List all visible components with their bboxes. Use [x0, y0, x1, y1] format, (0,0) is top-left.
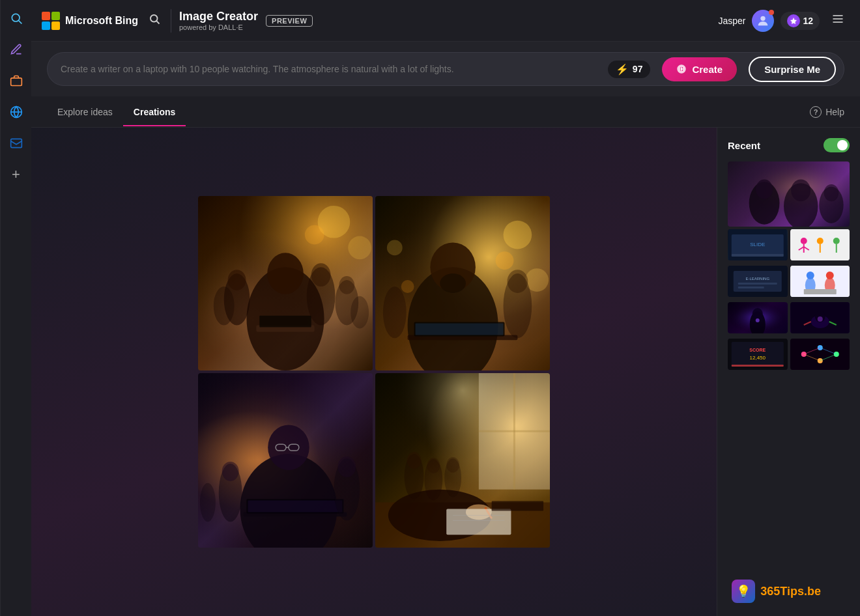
svg-point-25: [339, 276, 354, 294]
user-info: Jasper 12: [718, 10, 850, 32]
svg-text:E-LEARNING: E-LEARNING: [745, 277, 769, 281]
recent-grid-4: SCORE 12,450: [728, 339, 850, 370]
generated-image-2[interactable]: [375, 196, 550, 371]
svg-text:12,450: 12,450: [750, 355, 766, 361]
coin-icon: [787, 14, 800, 27]
recent-item-2[interactable]: SLIDE: [728, 229, 788, 260]
sidebar-header: Recent: [728, 138, 850, 152]
svg-rect-54: [248, 501, 342, 512]
notification-dot: [769, 10, 774, 15]
lightning-icon: ⚡: [616, 63, 629, 76]
svg-point-8: [761, 16, 766, 20]
generated-image-1[interactable]: [198, 196, 373, 371]
briefcase-icon[interactable]: [6, 70, 27, 91]
image-grid: [198, 196, 550, 548]
svg-point-29: [305, 225, 324, 245]
svg-point-27: [351, 296, 369, 329]
watermark-text: 365Tips.be: [760, 585, 821, 598]
avatar: [752, 10, 774, 32]
add-icon[interactable]: +: [6, 164, 27, 185]
svg-point-91: [800, 238, 807, 244]
svg-point-17: [267, 253, 304, 294]
recent-item-1[interactable]: [728, 161, 850, 227]
svg-point-6: [150, 15, 158, 22]
image-grid-container: [31, 128, 717, 616]
boost-badge: ⚡ 97: [608, 61, 651, 78]
pen-icon[interactable]: [6, 39, 27, 60]
generated-image-3[interactable]: [198, 373, 373, 548]
svg-point-42: [401, 280, 414, 293]
svg-point-95: [816, 238, 823, 244]
recent-item-6[interactable]: [728, 302, 788, 333]
search-bar-container: ⚡ 97 Create Surprise Me: [31, 42, 860, 96]
svg-rect-103: [738, 287, 764, 288]
search-icon[interactable]: [6, 8, 27, 29]
svg-rect-37: [416, 324, 504, 335]
svg-point-78: [446, 457, 459, 473]
watermark-icon: 💡: [732, 580, 755, 603]
header-search-button[interactable]: [146, 10, 163, 31]
bing-logo[interactable]: Microsoft Bing: [42, 12, 138, 30]
hamburger-button[interactable]: [826, 10, 850, 31]
tabs-bar: Explore ideas Creations ? Help: [31, 96, 860, 128]
surprise-button[interactable]: Surprise Me: [749, 57, 836, 82]
help-button[interactable]: ? Help: [810, 106, 844, 118]
bing-logo-icon: [42, 12, 60, 30]
svg-line-1: [18, 21, 22, 24]
svg-point-113: [756, 318, 760, 322]
svg-rect-5: [10, 139, 22, 147]
svg-point-39: [496, 251, 514, 270]
svg-point-74: [407, 452, 422, 469]
recent-item-8[interactable]: SCORE 12,450: [728, 339, 788, 370]
header: Microsoft Bing Image Creator powered by …: [31, 0, 860, 42]
tabs-left: Explore ideas Creations: [47, 98, 186, 126]
svg-point-85: [824, 184, 838, 201]
svg-point-26: [214, 287, 235, 326]
sidebar-title: Recent: [728, 140, 760, 151]
svg-point-119: [817, 316, 822, 322]
watermark: 💡 365Tips.be: [732, 580, 821, 603]
username: Jasper: [718, 16, 745, 26]
recent-grid-1: SLIDE: [728, 161, 850, 260]
create-label: Create: [692, 64, 723, 75]
tab-creations[interactable]: Creations: [123, 99, 186, 126]
svg-point-97: [833, 238, 839, 244]
create-button[interactable]: Create: [662, 57, 737, 81]
svg-point-83: [791, 180, 810, 202]
svg-point-56: [222, 462, 239, 481]
mail-icon[interactable]: [6, 133, 27, 154]
svg-rect-109: [803, 289, 836, 294]
recent-item-3[interactable]: [790, 229, 850, 260]
recent-item-4[interactable]: E-LEARNING: [728, 266, 788, 297]
recent-toggle[interactable]: [824, 138, 850, 152]
svg-point-58: [337, 456, 356, 477]
svg-rect-72: [492, 501, 543, 511]
coins-badge[interactable]: 12: [781, 12, 820, 30]
search-input[interactable]: [61, 64, 601, 74]
main-container: Microsoft Bing Image Creator powered by …: [31, 0, 860, 616]
globe-icon[interactable]: [6, 102, 27, 122]
sidebar: Recent: [717, 128, 860, 616]
recent-item-5[interactable]: [790, 266, 850, 297]
recent-item-9[interactable]: [790, 339, 850, 370]
svg-rect-2: [10, 78, 22, 86]
svg-line-7: [156, 21, 159, 23]
svg-point-34: [440, 273, 466, 293]
image-creator-subtitle: powered by DALL·E: [179, 23, 258, 31]
svg-point-23: [311, 263, 331, 287]
recent-item-7[interactable]: [790, 302, 850, 333]
recent-grid-2: E-LEARNING: [728, 266, 850, 297]
help-label: Help: [825, 107, 844, 117]
help-circle-icon: ?: [810, 106, 822, 118]
svg-rect-69: [446, 509, 511, 535]
coins-count: 12: [803, 16, 813, 26]
content-area: Recent: [31, 128, 860, 616]
svg-point-38: [504, 221, 532, 249]
svg-point-112: [752, 308, 763, 320]
header-divider: [171, 9, 171, 33]
svg-point-44: [507, 270, 528, 293]
generated-image-4[interactable]: [375, 373, 550, 548]
svg-rect-89: [732, 254, 784, 257]
svg-text:SLIDE: SLIDE: [750, 242, 765, 247]
tab-explore[interactable]: Explore ideas: [47, 99, 123, 126]
